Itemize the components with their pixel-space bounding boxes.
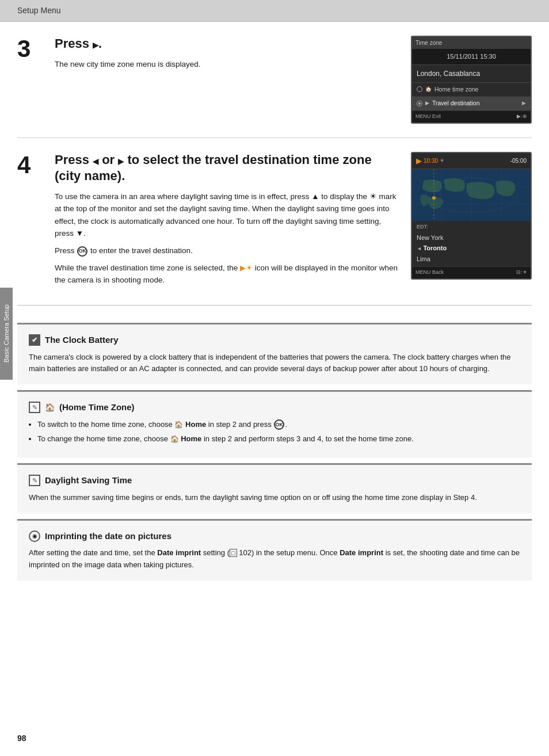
map-svg (412, 169, 531, 221)
radio-unselected-icon (417, 86, 422, 92)
step-4-para3: While the travel destination time zone i… (55, 262, 399, 287)
camera-lens-icon: ◉ (29, 530, 40, 542)
note-home-timezone: ✎ 🏠 (Home Time Zone) To switch to the ho… (17, 390, 532, 457)
note-daylight-body: When the summer saving time begins or en… (29, 492, 520, 504)
cam2-dst-icon: ☀ (440, 157, 444, 165)
cam2-header-left: ▶ 10:30 ☀ (416, 155, 444, 167)
cam2-map (412, 169, 531, 221)
note-home-bullet-2: To change the home time zone, choose 🏠 H… (37, 433, 520, 445)
cam-time: 15/11/2011 15:30 (412, 49, 531, 65)
cam2-edt-label: EDT: (417, 223, 526, 231)
note-clock-battery-header: ✔ The Clock Battery (29, 334, 520, 347)
page-number: 98 (17, 732, 26, 744)
cam-menu-travel: ▶ Travel destination ▶ (412, 97, 531, 111)
cam2-footer-right: ⊟:☀ (516, 269, 527, 277)
cam-title: Time zone (412, 37, 531, 49)
note-home-timezone-title: (Home Time Zone) (59, 401, 135, 414)
cam-footer-1: MENU Exit ▶:⊕ (412, 111, 531, 123)
note-date-imprint-body: After setting the date and time, set the… (29, 547, 520, 571)
home-icon-3: 🏠 (170, 434, 179, 445)
note-daylight-title: Daylight Saving Time (45, 474, 132, 487)
ok-btn-home: OK (274, 419, 284, 430)
radio-selected-icon (417, 101, 422, 106)
step-3-content: Press ▶. The new city time zone menu is … (55, 36, 532, 124)
ok-button-icon: OK (77, 246, 87, 257)
note-clock-battery-title: The Clock Battery (45, 334, 119, 347)
step-3-number: 3 (17, 36, 43, 124)
cam2-offset: -05:00 (510, 156, 527, 165)
step-3-image: Time zone 15/11/2011 15:30 London, Casab… (411, 36, 532, 124)
cam-footer-left: MENU Exit (415, 113, 441, 121)
page-header: Setup Menu (0, 0, 549, 22)
sidebar-label: Basic Camera Setup (0, 288, 13, 380)
cam2-travel-icon: ▶ (416, 155, 422, 167)
cam-city: London, Casablanca (412, 65, 531, 83)
step-4-content: Press ◀ or ▶ to select the travel destin… (55, 152, 532, 292)
step-3-section: 3 Press ▶. The new city time zone menu i… (17, 22, 532, 138)
checkmark-icon: ✔ (29, 334, 40, 346)
step-4-title: Press ◀ or ▶ to select the travel destin… (55, 152, 399, 185)
step-4-para2: Press OK to enter the travel destination… (55, 245, 399, 257)
home-icon-2: 🏠 (174, 419, 183, 430)
cam-menu-travel-label: Travel destination (432, 99, 480, 108)
cam-menu-home-label: Home time zone (434, 85, 478, 94)
pencil-icon-2: ✎ (29, 475, 40, 486)
cam2-footer: MENU Back ⊟:☀ (412, 266, 531, 278)
note-daylight-header: ✎ Daylight Saving Time (29, 474, 520, 487)
cam-menu-home: 🏠 Home time zone (412, 83, 531, 97)
cam2-time: 10:30 (424, 156, 438, 165)
cam-footer-right: ▶:⊕ (517, 113, 527, 121)
step-3-title: Press ▶. (55, 36, 399, 52)
camera-screen-cities: ▶ 10:30 ☀ -05:00 (411, 152, 532, 280)
cam2-footer-left: MENU Back (415, 269, 444, 277)
note-date-imprint-title: Imprinting the date on pictures (45, 530, 171, 543)
date-imprint-bold-2: Date imprint (340, 548, 383, 557)
note-home-timezone-header: ✎ 🏠 (Home Time Zone) (29, 401, 520, 414)
note-date-imprint-header: ◉ Imprinting the date on pictures (29, 530, 520, 543)
cam-menu-arrow: ▶ (522, 100, 526, 108)
cam2-city-toronto: Toronto (417, 243, 526, 254)
home-icon-inline: 🏠 (45, 402, 55, 414)
step-3-description: The new city time zone menu is displayed… (55, 58, 399, 71)
travel-dest-icon: ▶☀ (240, 264, 253, 272)
note-date-imprint: ◉ Imprinting the date on pictures After … (17, 519, 532, 581)
page-ref-box: □ (230, 549, 237, 557)
cam2-city-list: EDT: New York Toronto Lima (412, 221, 531, 266)
note-home-timezone-body: To switch to the home time zone, choose … (29, 419, 520, 446)
notes-section: ✔ The Clock Battery The camera's clock i… (17, 306, 532, 592)
step-4-image: ▶ 10:30 ☀ -05:00 (411, 152, 532, 280)
step-4-section: 4 Press ◀ or ▶ to select the travel dest… (17, 138, 532, 306)
cam2-city-lima: Lima (417, 254, 526, 265)
step-4-number: 4 (17, 152, 43, 292)
cam2-header: ▶ 10:30 ☀ -05:00 (412, 153, 531, 170)
home-icon: 🏠 (425, 86, 432, 94)
step-4-para1: To use the camera in an area where dayli… (55, 190, 399, 240)
cam2-city-newyork: New York (417, 232, 526, 243)
note-daylight-saving: ✎ Daylight Saving Time When the summer s… (17, 463, 532, 513)
header-title: Setup Menu (17, 6, 61, 15)
travel-arrow-icon: ▶ (425, 100, 429, 108)
pencil-icon: ✎ (29, 402, 40, 413)
camera-screen-timezone: Time zone 15/11/2011 15:30 London, Casab… (411, 36, 532, 124)
note-home-bullet-1: To switch to the home time zone, choose … (37, 419, 520, 431)
note-clock-battery-body: The camera's clock is powered by a clock… (29, 352, 520, 376)
note-clock-battery: ✔ The Clock Battery The camera's clock i… (17, 323, 532, 384)
date-imprint-bold-1: Date imprint (157, 548, 201, 557)
